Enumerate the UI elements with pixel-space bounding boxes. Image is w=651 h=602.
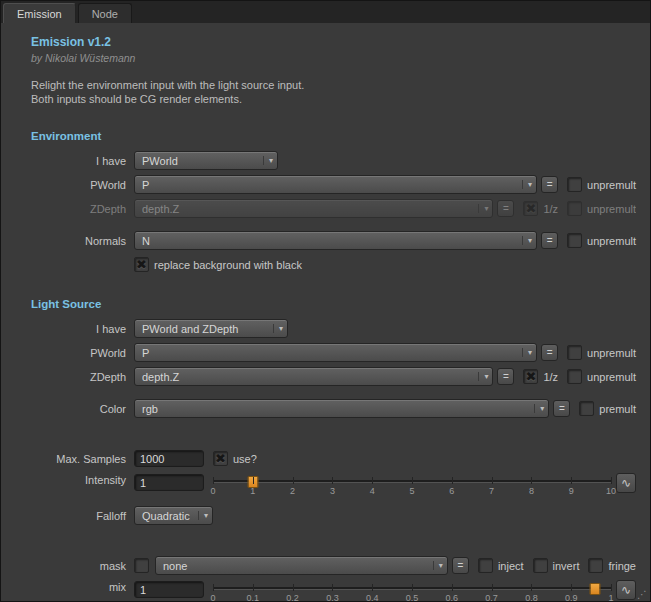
slider-tick bbox=[531, 477, 532, 484]
mask-inject-checkbox[interactable] bbox=[478, 558, 493, 573]
slider-tick bbox=[213, 584, 214, 591]
env-normals-unpremult-label: unpremult bbox=[587, 235, 636, 247]
mix-label: mix bbox=[15, 581, 126, 593]
env-pworld-dropdown[interactable]: P ▾ bbox=[134, 175, 537, 194]
slider-tick-label: 8 bbox=[529, 486, 534, 496]
falloff-label: Falloff bbox=[15, 510, 126, 522]
mix-curve-button[interactable]: ∿ bbox=[616, 580, 636, 600]
light-zdepth-unpremult-label: unpremult bbox=[587, 371, 636, 383]
light-color-row: Color rgb ▾ = premult bbox=[15, 399, 636, 418]
env-zdepth-invz-label: 1/z bbox=[543, 203, 558, 215]
slider-tick-label: 0.4 bbox=[366, 593, 379, 602]
max-samples-use-checkbox[interactable]: ✖ bbox=[213, 451, 228, 466]
slider-tick-label: 10 bbox=[606, 486, 616, 496]
slider-tick bbox=[293, 584, 294, 591]
panel-content: Emission v1.2 by Nikolai Wüstemann Relig… bbox=[1, 23, 650, 602]
light-color-equals-button[interactable]: = bbox=[553, 400, 570, 417]
env-zdepth-dropdown[interactable]: depth.Z ▾ bbox=[134, 199, 493, 218]
resize-grip[interactable]: ⋰ bbox=[637, 589, 647, 600]
light-zdepth-unpremult-checkbox[interactable] bbox=[567, 369, 582, 384]
tab-bar: Emission Node bbox=[1, 1, 650, 23]
mask-inject-label: inject bbox=[498, 560, 524, 572]
falloff-row: Falloff Quadratic ▾ bbox=[15, 506, 636, 525]
env-zdepth-invz-checkbox[interactable]: ✖ bbox=[523, 201, 538, 216]
light-pworld-unpremult-label: unpremult bbox=[587, 347, 636, 359]
slider-tick bbox=[372, 477, 373, 484]
slider-tick bbox=[412, 477, 413, 484]
chevron-down-icon: ▾ bbox=[273, 324, 283, 333]
slider-tick bbox=[571, 584, 572, 591]
intensity-row: Intensity 012345678910 ∿ bbox=[15, 473, 636, 501]
mask-label: mask bbox=[15, 560, 126, 572]
light-color-dropdown[interactable]: rgb ▾ bbox=[134, 399, 549, 418]
env-pworld-unpremult-label: unpremult bbox=[587, 179, 636, 191]
mix-slider-handle[interactable] bbox=[590, 583, 601, 595]
slider-tick-label: 3 bbox=[330, 486, 335, 496]
light-zdepth-dropdown[interactable]: depth.Z ▾ bbox=[134, 367, 493, 386]
mask-fringe-checkbox[interactable] bbox=[588, 558, 603, 573]
slider-tick-label: 5 bbox=[409, 486, 414, 496]
slider-tick-label: 1 bbox=[250, 486, 255, 496]
tab-node[interactable]: Node bbox=[78, 3, 132, 23]
env-normals-unpremult-checkbox[interactable] bbox=[567, 233, 582, 248]
slider-tick bbox=[452, 477, 453, 484]
slider-tick-label: 1 bbox=[608, 593, 613, 602]
slider-tick-label: 0.7 bbox=[485, 593, 498, 602]
max-samples-row: Max. Samples ✖ use? bbox=[15, 449, 636, 468]
env-zdepth-unpremult-checkbox[interactable] bbox=[567, 201, 582, 216]
light-pworld-equals-button[interactable]: = bbox=[541, 344, 558, 361]
intensity-curve-button[interactable]: ∿ bbox=[616, 473, 636, 493]
light-i-have-dropdown[interactable]: PWorld and ZDepth ▾ bbox=[134, 319, 288, 338]
light-i-have-label: I have bbox=[15, 323, 126, 335]
env-pworld-unpremult-checkbox[interactable] bbox=[567, 177, 582, 192]
env-zdepth-label: ZDepth bbox=[15, 203, 126, 215]
env-i-have-value: PWorld bbox=[142, 155, 256, 167]
check-mark-icon: ✖ bbox=[525, 370, 536, 383]
slider-tick-label: 0.3 bbox=[326, 593, 339, 602]
slider-tick bbox=[492, 477, 493, 484]
light-zdepth-invz-checkbox[interactable]: ✖ bbox=[523, 369, 538, 384]
env-normals-equals-button[interactable]: = bbox=[541, 232, 558, 249]
light-color-label: Color bbox=[15, 403, 126, 415]
env-replace-bg-label: replace background with black bbox=[154, 259, 302, 271]
env-pworld-equals-button[interactable]: = bbox=[541, 176, 558, 193]
env-normals-dropdown[interactable]: N ▾ bbox=[134, 231, 537, 250]
tab-emission[interactable]: Emission bbox=[3, 3, 76, 23]
light-pworld-value: P bbox=[142, 347, 515, 359]
mix-input[interactable] bbox=[134, 581, 204, 598]
mix-slider[interactable]: 00.10.20.30.40.50.60.70.80.91 bbox=[213, 580, 611, 602]
env-replace-bg-checkbox[interactable]: ✖ bbox=[134, 257, 149, 272]
max-samples-label: Max. Samples bbox=[15, 453, 126, 465]
slider-tick bbox=[372, 584, 373, 591]
slider-tick bbox=[293, 477, 294, 484]
section-light-source-title: Light Source bbox=[31, 298, 636, 310]
env-i-have-dropdown[interactable]: PWorld ▾ bbox=[134, 151, 278, 170]
env-i-have-row: I have PWorld ▾ bbox=[15, 151, 636, 170]
slider-tick-label: 0.1 bbox=[247, 593, 260, 602]
env-pworld-row: PWorld P ▾ = unpremult bbox=[15, 175, 636, 194]
intensity-input[interactable] bbox=[134, 474, 204, 491]
env-zdepth-row: ZDepth depth.Z ▾ = ✖ 1/z unpremult bbox=[15, 199, 636, 218]
slider-tick-label: 0.9 bbox=[565, 593, 578, 602]
check-mark-icon: ✖ bbox=[525, 202, 536, 215]
light-pworld-unpremult-checkbox[interactable] bbox=[567, 345, 582, 360]
mask-channel-dropdown[interactable]: none ▾ bbox=[155, 556, 448, 575]
light-zdepth-value: depth.Z bbox=[142, 371, 471, 383]
light-i-have-row: I have PWorld and ZDepth ▾ bbox=[15, 319, 636, 338]
light-pworld-row: PWorld P ▾ = unpremult bbox=[15, 343, 636, 362]
light-zdepth-equals-button[interactable]: = bbox=[497, 368, 514, 385]
mask-equals-button[interactable]: = bbox=[452, 557, 469, 574]
max-samples-input[interactable] bbox=[134, 450, 204, 467]
slider-tick bbox=[492, 584, 493, 591]
mask-invert-checkbox[interactable] bbox=[533, 558, 548, 573]
mask-enable-checkbox[interactable] bbox=[134, 558, 149, 573]
light-color-premult-checkbox[interactable] bbox=[579, 401, 594, 416]
falloff-dropdown[interactable]: Quadratic ▾ bbox=[134, 506, 213, 525]
slider-tick-label: 4 bbox=[370, 486, 375, 496]
light-pworld-dropdown[interactable]: P ▾ bbox=[134, 343, 537, 362]
mask-invert-label: invert bbox=[553, 560, 580, 572]
chevron-down-icon: ▾ bbox=[522, 348, 532, 357]
intensity-slider[interactable]: 012345678910 bbox=[213, 473, 611, 499]
env-zdepth-equals-button[interactable]: = bbox=[497, 200, 514, 217]
chevron-down-icon: ▾ bbox=[522, 236, 532, 245]
